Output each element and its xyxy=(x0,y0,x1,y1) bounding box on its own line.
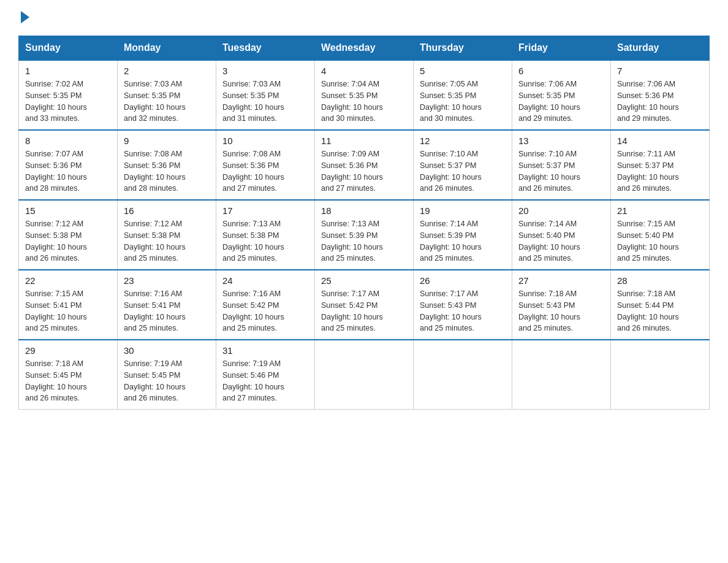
header-thursday: Thursday xyxy=(414,36,512,61)
calendar-cell: 7 Sunrise: 7:06 AMSunset: 5:36 PMDayligh… xyxy=(611,60,710,130)
day-info: Sunrise: 7:10 AMSunset: 5:37 PMDaylight:… xyxy=(420,150,482,193)
day-info: Sunrise: 7:07 AMSunset: 5:36 PMDaylight:… xyxy=(25,150,87,193)
calendar-table: Sunday Monday Tuesday Wednesday Thursday… xyxy=(18,36,710,410)
logo-arrow-icon xyxy=(21,11,29,23)
calendar-cell: 15 Sunrise: 7:12 AMSunset: 5:38 PMDaylig… xyxy=(19,200,118,270)
calendar-cell xyxy=(512,340,611,410)
calendar-cell: 17 Sunrise: 7:13 AMSunset: 5:38 PMDaylig… xyxy=(216,200,315,270)
day-number: 24 xyxy=(222,275,308,286)
day-number: 17 xyxy=(222,205,308,216)
calendar-cell: 9 Sunrise: 7:08 AMSunset: 5:36 PMDayligh… xyxy=(118,130,216,200)
day-number: 23 xyxy=(124,275,210,286)
day-info: Sunrise: 7:15 AMSunset: 5:40 PMDaylight:… xyxy=(617,220,679,262)
day-number: 8 xyxy=(25,136,111,146)
day-info: Sunrise: 7:13 AMSunset: 5:39 PMDaylight:… xyxy=(321,220,383,262)
calendar-cell xyxy=(315,340,414,410)
calendar-cell: 3 Sunrise: 7:03 AMSunset: 5:35 PMDayligh… xyxy=(216,60,315,130)
calendar-cell xyxy=(414,340,512,410)
day-number: 27 xyxy=(518,275,604,286)
day-info: Sunrise: 7:12 AMSunset: 5:38 PMDaylight:… xyxy=(124,220,186,262)
day-info: Sunrise: 7:13 AMSunset: 5:38 PMDaylight:… xyxy=(222,220,284,262)
calendar-cell: 31 Sunrise: 7:19 AMSunset: 5:46 PMDaylig… xyxy=(216,340,315,410)
header-sunday: Sunday xyxy=(19,36,118,61)
day-number: 18 xyxy=(321,205,407,216)
day-number: 31 xyxy=(222,345,308,356)
day-number: 10 xyxy=(222,136,308,146)
calendar-cell: 20 Sunrise: 7:14 AMSunset: 5:40 PMDaylig… xyxy=(512,200,611,270)
day-info: Sunrise: 7:18 AMSunset: 5:44 PMDaylight:… xyxy=(617,289,679,332)
calendar-cell: 5 Sunrise: 7:05 AMSunset: 5:35 PMDayligh… xyxy=(414,60,512,130)
calendar-cell: 16 Sunrise: 7:12 AMSunset: 5:38 PMDaylig… xyxy=(118,200,216,270)
day-number: 14 xyxy=(617,136,703,146)
day-number: 26 xyxy=(420,275,506,286)
day-info: Sunrise: 7:06 AMSunset: 5:35 PMDaylight:… xyxy=(518,80,580,123)
day-info: Sunrise: 7:03 AMSunset: 5:35 PMDaylight:… xyxy=(222,80,284,123)
day-info: Sunrise: 7:17 AMSunset: 5:42 PMDaylight:… xyxy=(321,289,383,332)
day-info: Sunrise: 7:03 AMSunset: 5:35 PMDaylight:… xyxy=(124,80,186,123)
day-info: Sunrise: 7:16 AMSunset: 5:42 PMDaylight:… xyxy=(222,289,284,332)
day-info: Sunrise: 7:10 AMSunset: 5:37 PMDaylight:… xyxy=(518,150,580,193)
calendar-cell: 12 Sunrise: 7:10 AMSunset: 5:37 PMDaylig… xyxy=(414,130,512,200)
day-info: Sunrise: 7:18 AMSunset: 5:45 PMDaylight:… xyxy=(25,359,87,402)
day-number: 9 xyxy=(124,136,210,146)
day-number: 12 xyxy=(420,136,506,146)
week-row-3: 15 Sunrise: 7:12 AMSunset: 5:38 PMDaylig… xyxy=(19,200,710,270)
calendar-cell: 4 Sunrise: 7:04 AMSunset: 5:35 PMDayligh… xyxy=(315,60,414,130)
header-friday: Friday xyxy=(512,36,611,61)
day-number: 15 xyxy=(25,205,111,216)
day-number: 22 xyxy=(25,275,111,286)
day-number: 21 xyxy=(617,205,703,216)
day-info: Sunrise: 7:09 AMSunset: 5:36 PMDaylight:… xyxy=(321,150,383,193)
day-info: Sunrise: 7:04 AMSunset: 5:35 PMDaylight:… xyxy=(321,80,383,123)
day-info: Sunrise: 7:02 AMSunset: 5:35 PMDaylight:… xyxy=(25,80,87,123)
page-header xyxy=(18,12,710,23)
day-info: Sunrise: 7:14 AMSunset: 5:39 PMDaylight:… xyxy=(420,220,482,262)
day-number: 6 xyxy=(518,66,604,76)
day-info: Sunrise: 7:06 AMSunset: 5:36 PMDaylight:… xyxy=(617,80,679,123)
header-tuesday: Tuesday xyxy=(216,36,315,61)
calendar-cell: 18 Sunrise: 7:13 AMSunset: 5:39 PMDaylig… xyxy=(315,200,414,270)
header-row: Sunday Monday Tuesday Wednesday Thursday… xyxy=(19,36,710,61)
calendar-cell: 10 Sunrise: 7:08 AMSunset: 5:36 PMDaylig… xyxy=(216,130,315,200)
day-info: Sunrise: 7:17 AMSunset: 5:43 PMDaylight:… xyxy=(420,289,482,332)
day-number: 28 xyxy=(617,275,703,286)
day-info: Sunrise: 7:12 AMSunset: 5:38 PMDaylight:… xyxy=(25,220,87,262)
calendar-cell: 30 Sunrise: 7:19 AMSunset: 5:45 PMDaylig… xyxy=(118,340,216,410)
day-info: Sunrise: 7:15 AMSunset: 5:41 PMDaylight:… xyxy=(25,289,87,332)
header-monday: Monday xyxy=(118,36,216,61)
day-number: 20 xyxy=(518,205,604,216)
day-number: 5 xyxy=(420,66,506,76)
day-info: Sunrise: 7:14 AMSunset: 5:40 PMDaylight:… xyxy=(518,220,580,262)
calendar-cell: 28 Sunrise: 7:18 AMSunset: 5:44 PMDaylig… xyxy=(611,270,710,340)
calendar-cell: 23 Sunrise: 7:16 AMSunset: 5:41 PMDaylig… xyxy=(118,270,216,340)
calendar-cell: 26 Sunrise: 7:17 AMSunset: 5:43 PMDaylig… xyxy=(414,270,512,340)
header-saturday: Saturday xyxy=(611,36,710,61)
day-number: 4 xyxy=(321,66,407,76)
calendar-cell: 29 Sunrise: 7:18 AMSunset: 5:45 PMDaylig… xyxy=(19,340,118,410)
day-number: 19 xyxy=(420,205,506,216)
day-number: 11 xyxy=(321,136,407,146)
calendar-cell: 25 Sunrise: 7:17 AMSunset: 5:42 PMDaylig… xyxy=(315,270,414,340)
calendar-cell: 13 Sunrise: 7:10 AMSunset: 5:37 PMDaylig… xyxy=(512,130,611,200)
day-number: 3 xyxy=(222,66,308,76)
calendar-cell: 19 Sunrise: 7:14 AMSunset: 5:39 PMDaylig… xyxy=(414,200,512,270)
calendar-cell: 27 Sunrise: 7:18 AMSunset: 5:43 PMDaylig… xyxy=(512,270,611,340)
day-info: Sunrise: 7:19 AMSunset: 5:46 PMDaylight:… xyxy=(222,359,284,402)
calendar-body: 1 Sunrise: 7:02 AMSunset: 5:35 PMDayligh… xyxy=(19,60,710,410)
calendar-cell: 1 Sunrise: 7:02 AMSunset: 5:35 PMDayligh… xyxy=(19,60,118,130)
calendar-cell: 8 Sunrise: 7:07 AMSunset: 5:36 PMDayligh… xyxy=(19,130,118,200)
day-number: 7 xyxy=(617,66,703,76)
week-row-5: 29 Sunrise: 7:18 AMSunset: 5:45 PMDaylig… xyxy=(19,340,710,410)
day-info: Sunrise: 7:08 AMSunset: 5:36 PMDaylight:… xyxy=(124,150,186,193)
week-row-2: 8 Sunrise: 7:07 AMSunset: 5:36 PMDayligh… xyxy=(19,130,710,200)
calendar-cell: 11 Sunrise: 7:09 AMSunset: 5:36 PMDaylig… xyxy=(315,130,414,200)
day-number: 13 xyxy=(518,136,604,146)
day-info: Sunrise: 7:18 AMSunset: 5:43 PMDaylight:… xyxy=(518,289,580,332)
day-info: Sunrise: 7:11 AMSunset: 5:37 PMDaylight:… xyxy=(617,150,679,193)
calendar-cell: 24 Sunrise: 7:16 AMSunset: 5:42 PMDaylig… xyxy=(216,270,315,340)
day-number: 30 xyxy=(124,345,210,356)
calendar-cell xyxy=(611,340,710,410)
header-wednesday: Wednesday xyxy=(315,36,414,61)
day-info: Sunrise: 7:08 AMSunset: 5:36 PMDaylight:… xyxy=(222,150,284,193)
day-number: 25 xyxy=(321,275,407,286)
